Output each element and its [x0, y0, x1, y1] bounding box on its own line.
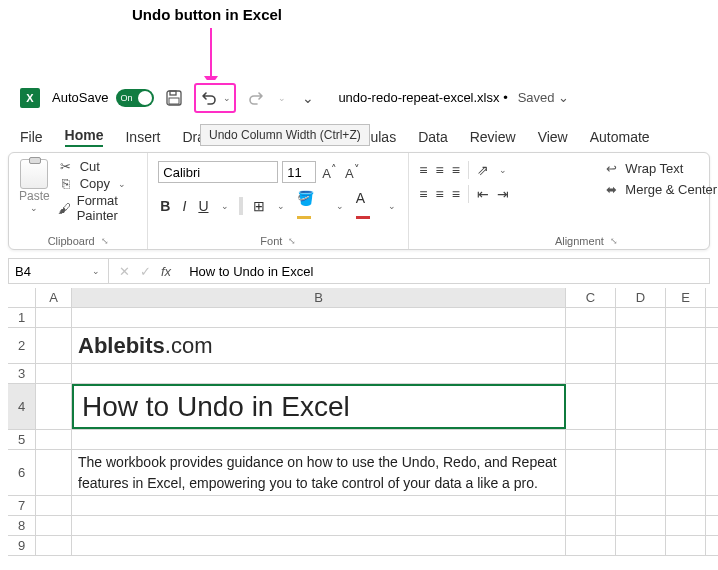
cell-c7[interactable] [566, 496, 616, 515]
wrap-text-button[interactable]: ↩Wrap Text [603, 161, 718, 176]
name-box[interactable]: B4 ⌄ [9, 259, 109, 283]
bold-button[interactable]: B [158, 197, 172, 215]
decrease-font-button[interactable]: A˅ [343, 163, 362, 181]
col-header-b[interactable]: B [72, 288, 566, 307]
paste-button[interactable]: Paste ⌄ [19, 159, 50, 223]
redo-dropdown[interactable]: ⌄ [276, 93, 288, 103]
row-header-1[interactable]: 1 [8, 308, 36, 327]
tab-review[interactable]: Review [470, 129, 516, 145]
cell-e6[interactable] [666, 450, 706, 495]
row-header-2[interactable]: 2 [8, 328, 36, 363]
font-name-select[interactable] [158, 161, 278, 183]
align-middle-button[interactable]: ≡ [436, 162, 444, 178]
cell-e2[interactable] [666, 328, 706, 363]
orientation-button[interactable]: ⇗ [477, 162, 489, 178]
row-header-3[interactable]: 3 [8, 364, 36, 383]
col-header-c[interactable]: C [566, 288, 616, 307]
cell-e3[interactable] [666, 364, 706, 383]
undo-button[interactable] [197, 86, 221, 110]
cell-a5[interactable] [36, 430, 72, 449]
increase-indent-button[interactable]: ⇥ [497, 186, 509, 202]
font-color-dropdown[interactable]: ⌄ [386, 200, 398, 212]
formula-content[interactable]: How to Undo in Excel [181, 259, 709, 283]
italic-button[interactable]: I [180, 197, 188, 215]
row-header-4[interactable]: 4 [8, 384, 36, 429]
align-right-button[interactable]: ≡ [452, 186, 460, 202]
cell-d3[interactable] [616, 364, 666, 383]
cell-c3[interactable] [566, 364, 616, 383]
cell-d9[interactable] [616, 536, 666, 555]
borders-button[interactable]: ⊞ [251, 197, 267, 215]
row-header-6[interactable]: 6 [8, 450, 36, 495]
row-header-8[interactable]: 8 [8, 516, 36, 535]
redo-button[interactable] [244, 86, 268, 110]
cell-c2[interactable] [566, 328, 616, 363]
tab-file[interactable]: File [20, 129, 43, 145]
clipboard-dialog-launcher[interactable]: ⤡ [101, 236, 109, 246]
align-left-button[interactable]: ≡ [419, 186, 427, 202]
saved-status[interactable]: Saved ⌄ [518, 90, 570, 105]
cell-e5[interactable] [666, 430, 706, 449]
cell-d8[interactable] [616, 516, 666, 535]
undo-dropdown[interactable]: ⌄ [221, 93, 233, 103]
cell-b1[interactable] [72, 308, 566, 327]
font-color-button[interactable]: A [354, 189, 379, 223]
cell-b8[interactable] [72, 516, 566, 535]
borders-dropdown[interactable]: ⌄ [275, 200, 287, 212]
col-header-d[interactable]: D [616, 288, 666, 307]
autosave-toggle[interactable]: On [116, 89, 154, 107]
cell-a2[interactable] [36, 328, 72, 363]
cell-b5[interactable] [72, 430, 566, 449]
font-size-select[interactable] [282, 161, 316, 183]
cell-e8[interactable] [666, 516, 706, 535]
cell-c5[interactable] [566, 430, 616, 449]
paste-dropdown[interactable]: ⌄ [28, 203, 40, 213]
cell-a3[interactable] [36, 364, 72, 383]
increase-font-button[interactable]: A˄ [320, 163, 339, 181]
cell-b2[interactable]: Ablebits.com [72, 328, 566, 363]
cell-a7[interactable] [36, 496, 72, 515]
align-top-button[interactable]: ≡ [419, 162, 427, 178]
format-painter-button[interactable]: 🖌Format Painter [58, 193, 138, 223]
font-dialog-launcher[interactable]: ⤡ [288, 236, 296, 246]
cell-b3[interactable] [72, 364, 566, 383]
align-bottom-button[interactable]: ≡ [452, 162, 460, 178]
cell-d5[interactable] [616, 430, 666, 449]
tab-view[interactable]: View [538, 129, 568, 145]
cell-d1[interactable] [616, 308, 666, 327]
decrease-indent-button[interactable]: ⇤ [477, 186, 489, 202]
cell-c9[interactable] [566, 536, 616, 555]
tab-home[interactable]: Home [65, 127, 104, 147]
qat-customize[interactable]: ⌄ [296, 86, 320, 110]
tab-insert[interactable]: Insert [125, 129, 160, 145]
cell-a9[interactable] [36, 536, 72, 555]
cell-a8[interactable] [36, 516, 72, 535]
row-header-9[interactable]: 9 [8, 536, 36, 555]
cell-c1[interactable] [566, 308, 616, 327]
cell-c8[interactable] [566, 516, 616, 535]
cell-e1[interactable] [666, 308, 706, 327]
cell-e9[interactable] [666, 536, 706, 555]
alignment-dialog-launcher[interactable]: ⤡ [610, 236, 618, 246]
row-header-5[interactable]: 5 [8, 430, 36, 449]
fill-color-dropdown[interactable]: ⌄ [334, 200, 346, 212]
cut-button[interactable]: ✂Cut [58, 159, 138, 174]
cell-b9[interactable] [72, 536, 566, 555]
copy-button[interactable]: ⎘Copy⌄ [58, 176, 138, 191]
cell-b4-selected[interactable]: How to Undo in Excel [72, 384, 566, 429]
name-box-dropdown[interactable]: ⌄ [90, 266, 102, 276]
save-button[interactable] [162, 86, 186, 110]
underline-dropdown[interactable]: ⌄ [219, 200, 231, 212]
cell-b7[interactable] [72, 496, 566, 515]
cell-d7[interactable] [616, 496, 666, 515]
fill-color-button[interactable]: 🪣 [295, 189, 326, 223]
cell-c6[interactable] [566, 450, 616, 495]
cell-d6[interactable] [616, 450, 666, 495]
orientation-dropdown[interactable]: ⌄ [497, 165, 509, 175]
filename[interactable]: undo-redo-repeat-excel.xlsx • [338, 90, 507, 105]
col-header-e[interactable]: E [666, 288, 706, 307]
cell-e4[interactable] [666, 384, 706, 429]
copy-dropdown[interactable]: ⌄ [116, 179, 128, 189]
enter-formula-button[interactable]: ✓ [140, 264, 151, 279]
col-header-a[interactable]: A [36, 288, 72, 307]
